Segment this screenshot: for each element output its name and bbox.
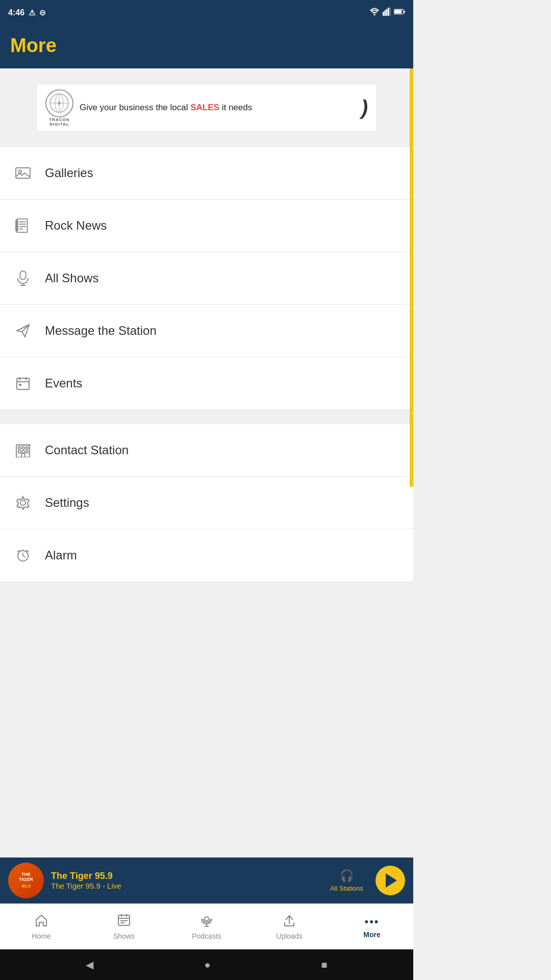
- svg-rect-35: [26, 447, 29, 449]
- back-button[interactable]: ◀: [86, 959, 93, 971]
- ad-section: TRACONDIGITAL Give your business the loc…: [0, 68, 413, 147]
- svg-rect-38: [26, 451, 29, 453]
- svg-rect-34: [22, 447, 24, 449]
- menu-item-message-station[interactable]: Message the Station: [0, 305, 413, 357]
- nav-home[interactable]: Home: [0, 904, 83, 949]
- svg-point-0: [373, 14, 375, 15]
- microphone-icon: [10, 265, 36, 291]
- recents-button[interactable]: ■: [321, 959, 327, 971]
- svg-rect-5: [389, 8, 391, 16]
- svg-rect-2: [384, 10, 386, 16]
- android-nav-bar: ◀ ● ■: [0, 949, 413, 980]
- shows-icon: [117, 914, 131, 930]
- player-live-text: The Tiger 95.9 - Live: [51, 881, 323, 890]
- upload-icon: [283, 914, 296, 930]
- svg-rect-3: [386, 9, 388, 16]
- play-triangle-icon: [386, 873, 397, 888]
- svg-rect-39: [21, 454, 25, 457]
- svg-rect-37: [22, 451, 24, 453]
- status-time: 4:46: [8, 8, 24, 17]
- all-stations-label: All Stations: [330, 885, 363, 892]
- bottom-nav: Home Shows Podcasts: [0, 903, 413, 949]
- all-stations-button[interactable]: 🎧 All Stations: [330, 869, 363, 892]
- page-title: More: [10, 35, 403, 57]
- svg-rect-14: [16, 168, 30, 178]
- menu-item-contact-station[interactable]: Contact Station: [0, 424, 413, 477]
- svg-rect-8: [404, 11, 405, 13]
- alarm-icon: [10, 543, 36, 568]
- station-logo: THETIGER 95.9: [8, 863, 44, 898]
- home-button[interactable]: ●: [204, 959, 210, 971]
- svg-rect-30: [19, 384, 21, 386]
- podcast-icon: [200, 914, 213, 930]
- home-icon: [35, 914, 48, 930]
- header: More: [0, 26, 413, 68]
- building-icon: [10, 437, 36, 463]
- player-station-name: The Tiger 95.9: [51, 871, 323, 881]
- contact-station-label: Contact Station: [45, 443, 129, 457]
- ad-logo-text: TRACONDIGITAL: [49, 117, 69, 127]
- menu-section-1: Galleries Rock News: [0, 147, 413, 410]
- newspaper-icon: [10, 213, 36, 238]
- ad-logo: TRACONDIGITAL: [45, 89, 73, 127]
- content-area: TRACONDIGITAL Give your business the loc…: [0, 68, 413, 857]
- signal-icon: [383, 8, 391, 18]
- menu-section-2: Contact Station Settings: [0, 424, 413, 582]
- battery-icon: [394, 8, 405, 17]
- play-button[interactable]: [375, 866, 405, 895]
- svg-point-13: [58, 102, 61, 105]
- menu-item-settings[interactable]: Settings: [0, 477, 413, 529]
- player-info: The Tiger 95.9 The Tiger 95.9 - Live: [51, 871, 323, 890]
- ad-banner[interactable]: TRACONDIGITAL Give your business the loc…: [37, 85, 376, 131]
- wifi-icon: [369, 8, 380, 18]
- svg-rect-7: [394, 10, 402, 13]
- svg-rect-16: [17, 219, 28, 232]
- nav-podcasts-label: Podcasts: [192, 932, 221, 940]
- player-bar: THETIGER 95.9 The Tiger 95.9 The Tiger 9…: [0, 857, 413, 903]
- svg-rect-36: [18, 451, 21, 453]
- svg-rect-33: [18, 447, 21, 449]
- svg-point-15: [19, 170, 22, 173]
- svg-rect-22: [20, 271, 26, 280]
- nav-more-label: More: [363, 930, 380, 939]
- svg-line-43: [23, 556, 26, 557]
- message-station-label: Message the Station: [45, 324, 157, 338]
- nav-home-label: Home: [32, 932, 51, 940]
- accent-bar: [410, 68, 413, 487]
- menu-item-galleries[interactable]: Galleries: [0, 147, 413, 200]
- calendar-icon: [10, 371, 36, 396]
- settings-label: Settings: [45, 496, 89, 510]
- status-bar: 4:46 ⚠ ⊝: [0, 0, 413, 26]
- headphones-icon: 🎧: [340, 869, 354, 883]
- nav-uploads-label: Uploads: [276, 932, 302, 940]
- gear-icon: [10, 490, 36, 516]
- galleries-label: Galleries: [45, 166, 93, 180]
- nav-more[interactable]: ••• More: [331, 904, 413, 949]
- nav-shows[interactable]: Shows: [83, 904, 165, 949]
- more-dots-icon: •••: [364, 915, 379, 928]
- all-shows-label: All Shows: [45, 271, 98, 285]
- ad-text: Give your business the local SALES it ne…: [80, 103, 357, 113]
- svg-rect-26: [17, 378, 29, 389]
- dnd-icon: ⊝: [39, 8, 46, 17]
- events-label: Events: [45, 376, 82, 390]
- menu-item-rock-news[interactable]: Rock News: [0, 200, 413, 252]
- nav-shows-label: Shows: [113, 932, 135, 940]
- warning-icon: ⚠: [29, 8, 35, 17]
- section-divider: [0, 410, 413, 424]
- nav-podcasts[interactable]: Podcasts: [165, 904, 248, 949]
- menu-item-alarm[interactable]: Alarm: [0, 529, 413, 582]
- menu-item-events[interactable]: Events: [0, 357, 413, 410]
- ad-hook: ): [361, 96, 368, 119]
- nav-uploads[interactable]: Uploads: [248, 904, 331, 949]
- alarm-label: Alarm: [45, 548, 77, 562]
- svg-point-51: [205, 917, 209, 921]
- rock-news-label: Rock News: [45, 218, 107, 233]
- svg-rect-4: [388, 8, 389, 16]
- svg-rect-1: [383, 12, 384, 16]
- send-icon: [10, 318, 36, 344]
- menu-item-all-shows[interactable]: All Shows: [0, 252, 413, 305]
- image-icon: [10, 160, 36, 186]
- svg-point-40: [20, 500, 26, 505]
